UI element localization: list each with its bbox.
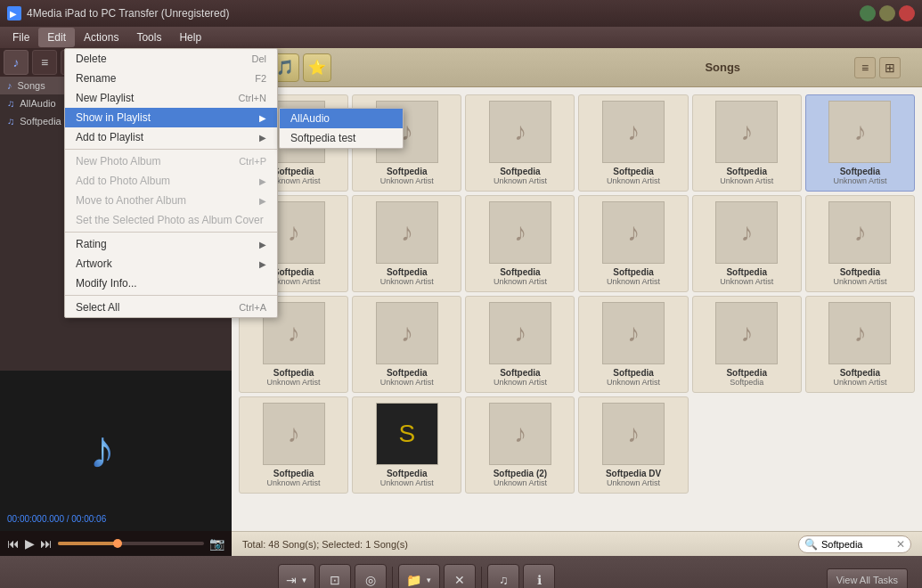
- song-name: Softpedia: [273, 267, 314, 277]
- song-item[interactable]: ♪SoftpediaUnknown Artist: [692, 94, 802, 192]
- sidebar-tab-songs[interactable]: ♪: [4, 50, 29, 75]
- playlist-submenu: AllAudio Softpedia test: [279, 108, 404, 149]
- menu-item-show-in-playlist[interactable]: Show in Playlist ▶: [65, 108, 277, 127]
- song-name: Softpedia: [273, 469, 314, 478]
- svg-text:♪: ♪: [89, 420, 116, 479]
- menu-item-add-to-playlist[interactable]: Add to Playlist ▶: [65, 127, 277, 147]
- song-artist: Unknown Artist: [607, 277, 660, 286]
- maximize-button[interactable]: [879, 5, 895, 21]
- ringtone-icon: ◎: [365, 573, 376, 587]
- song-name: Softpedia: [387, 469, 428, 478]
- menu-help[interactable]: Help: [170, 28, 210, 47]
- titlebar-title: 4Media iPad to PC Transfer (Unregistered…: [27, 7, 229, 20]
- song-item[interactable]: ♪Softpedia (2)Unknown Artist: [465, 396, 575, 494]
- search-input[interactable]: [821, 539, 893, 550]
- song-artist: Unknown Artist: [720, 277, 773, 286]
- song-name: Softpedia: [726, 267, 767, 277]
- song-item[interactable]: ♪SoftpediaUnknown Artist: [805, 94, 915, 192]
- svg-text:▶: ▶: [10, 9, 17, 19]
- prev-button[interactable]: ⏮: [7, 536, 20, 551]
- song-artist: Unknown Artist: [833, 277, 886, 286]
- menu-item-delete[interactable]: Delete Del: [65, 49, 277, 69]
- menu-edit[interactable]: Edit: [38, 28, 75, 47]
- transfer-button[interactable]: ⇥ ▼: [278, 564, 315, 588]
- song-name: Softpedia: [726, 368, 767, 378]
- menu-item-new-playlist[interactable]: New Playlist Ctrl+N: [65, 88, 277, 108]
- menu-file[interactable]: File: [4, 28, 38, 47]
- list-view-button[interactable]: ≡: [854, 57, 876, 78]
- song-item[interactable]: ♪SoftpediaUnknown Artist: [805, 195, 915, 292]
- sync-button[interactable]: ⊡: [319, 564, 351, 588]
- song-name: Softpedia: [387, 267, 428, 277]
- song-artist: Unknown Artist: [833, 176, 886, 185]
- song-item[interactable]: ♪SoftpediaUnknown Artist: [578, 94, 688, 192]
- playlist-button[interactable]: ♫: [487, 564, 519, 588]
- menu-item-new-photo-album: New Photo Album Ctrl+P: [65, 151, 277, 171]
- song-artist: Unknown Artist: [833, 378, 886, 387]
- edit-menu: Delete Del Rename F2 New Playlist Ctrl+N…: [64, 48, 278, 318]
- folder-add-icon: 📁: [406, 573, 421, 587]
- song-artist: Unknown Artist: [607, 378, 660, 387]
- song-item[interactable]: ♪SoftpediaUnknown Artist: [805, 296, 915, 393]
- song-item[interactable]: ♪SoftpediaUnknown Artist: [239, 396, 348, 494]
- song-artist: Unknown Artist: [380, 478, 434, 487]
- content-header: 🎵 ⭐ Songs ≡ ⊞: [232, 48, 922, 87]
- search-icon: 🔍: [804, 538, 818, 551]
- info-button[interactable]: ℹ: [523, 564, 555, 588]
- menu-actions[interactable]: Actions: [75, 28, 127, 47]
- play-button[interactable]: ▶: [25, 536, 35, 551]
- music-note-icon: ♪: [7, 80, 12, 91]
- new-folder-button[interactable]: 📁 ▼: [398, 564, 440, 588]
- song-artist: Unknown Artist: [607, 176, 660, 185]
- song-artist: Unknown Artist: [380, 378, 434, 387]
- nav-star-button[interactable]: ⭐: [303, 53, 331, 82]
- song-item[interactable]: SSoftpediaUnknown Artist: [352, 396, 461, 494]
- song-item[interactable]: ♪SoftpediaUnknown Artist: [578, 296, 688, 393]
- menubar: File Edit Actions Tools Help: [0, 27, 922, 48]
- preview-time: 00:00:000.000 / 00:00:06: [7, 514, 106, 524]
- song-artist: Unknown Artist: [720, 176, 773, 185]
- song-item[interactable]: ♪SoftpediaUnknown Artist: [465, 195, 575, 292]
- song-artist: Unknown Artist: [494, 277, 547, 286]
- sidebar-tab-list[interactable]: ≡: [32, 50, 57, 75]
- song-item[interactable]: ♪SoftpediaUnknown Artist: [692, 195, 802, 292]
- submenu-item-all-audio[interactable]: AllAudio: [280, 109, 403, 128]
- next-button[interactable]: ⏭: [40, 536, 53, 551]
- ringtone-button[interactable]: ◎: [355, 564, 387, 588]
- menu-item-rename[interactable]: Rename F2: [65, 69, 277, 88]
- search-box[interactable]: 🔍 ✕: [798, 535, 911, 553]
- song-item[interactable]: ♪SoftpediaSoftpedia: [692, 296, 802, 393]
- close-button[interactable]: [899, 5, 915, 21]
- menu-item-rating[interactable]: Rating ▶: [65, 234, 277, 254]
- view-controls: ≡ ⊞: [854, 57, 901, 78]
- menu-separator-2: [65, 232, 277, 233]
- menu-item-modify-info[interactable]: Modify Info...: [65, 274, 277, 293]
- menu-item-select-all[interactable]: Select All Ctrl+A: [65, 298, 277, 317]
- song-item[interactable]: ♪Softpedia DVUnknown Artist: [578, 396, 688, 494]
- grid-view-button[interactable]: ⊞: [879, 57, 901, 78]
- playlist-icon: ♫: [499, 573, 509, 587]
- song-item[interactable]: ♪SoftpediaUnknown Artist: [352, 296, 461, 393]
- camera-icon[interactable]: 📷: [209, 536, 224, 551]
- menu-item-artwork[interactable]: Artwork ▶: [65, 254, 277, 274]
- toolbar-separator-2: [481, 567, 482, 588]
- submenu-item-softpedia-test[interactable]: Softpedia test: [280, 128, 403, 148]
- song-name: Softpedia: [613, 368, 654, 378]
- song-item[interactable]: ♪SoftpediaUnknown Artist: [465, 296, 575, 393]
- view-all-tasks-button[interactable]: View All Tasks: [827, 568, 908, 588]
- song-artist: Unknown Artist: [607, 478, 660, 487]
- song-item[interactable]: ♪SoftpediaUnknown Artist: [578, 195, 688, 292]
- delete-button[interactable]: ✕: [444, 564, 476, 588]
- song-name: Softpedia: [500, 167, 541, 176]
- search-clear-button[interactable]: ✕: [896, 538, 905, 551]
- song-item[interactable]: ♪SoftpediaUnknown Artist: [352, 195, 461, 292]
- minimize-button[interactable]: [860, 5, 876, 21]
- menu-item-set-album-cover: Set the Selected Photo as Album Cover: [65, 210, 277, 230]
- app-icon: ▶: [7, 6, 21, 20]
- song-artist: Unknown Artist: [267, 378, 321, 387]
- volume-bar[interactable]: [58, 542, 204, 545]
- song-name: Softpedia: [387, 368, 428, 378]
- player-controls: ⏮ ▶ ⏭ 📷: [0, 531, 232, 556]
- song-item[interactable]: ♪SoftpediaUnknown Artist: [465, 94, 575, 192]
- menu-tools[interactable]: Tools: [127, 28, 170, 47]
